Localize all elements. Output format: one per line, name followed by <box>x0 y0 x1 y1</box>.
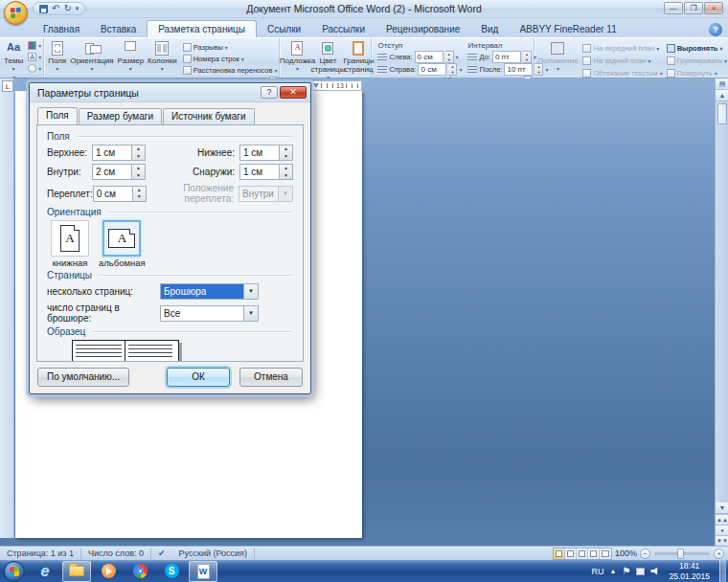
bring-to-front-button[interactable]: На передний план <box>582 43 662 54</box>
align-button[interactable]: Выровнять <box>667 43 727 54</box>
dialog-tab-paper-source[interactable]: Источник бумаги <box>163 108 255 124</box>
position-button[interactable]: Положение <box>536 40 579 73</box>
theme-effects-button[interactable] <box>28 63 41 74</box>
restore-button[interactable]: ❐ <box>684 2 703 14</box>
spellcheck-icon[interactable]: ✔ <box>151 548 172 558</box>
gutter-input[interactable]: 0 см <box>93 186 133 202</box>
dialog-tab-paper-size[interactable]: Размер бумаги <box>79 108 162 124</box>
office-button[interactable] <box>4 1 28 25</box>
minimize-button[interactable]: — <box>664 2 683 14</box>
tab-mailings[interactable]: Рассылки <box>311 21 375 37</box>
margin-outside-input[interactable]: 1 см <box>239 164 280 180</box>
taskbar-internet-explorer[interactable]: e <box>31 561 59 582</box>
volume-icon[interactable] <box>650 568 659 575</box>
taskbar-media-player[interactable] <box>94 561 123 582</box>
show-desktop-button[interactable] <box>719 560 726 582</box>
margin-inside-stepper[interactable]: ▲▼ <box>132 164 146 180</box>
dialog-help-button[interactable]: ? <box>261 86 278 99</box>
zoom-out-icon[interactable]: − <box>640 548 650 559</box>
ruler-toggle-button[interactable]: ▤ <box>716 78 728 90</box>
indent-left-stepper[interactable]: ▲▼ <box>445 51 454 63</box>
orientation-button[interactable]: Ориентация <box>68 40 115 73</box>
network-icon[interactable] <box>636 568 645 575</box>
web-layout-view-button[interactable] <box>577 548 588 559</box>
select-browse-object-button[interactable]: ● <box>716 525 728 535</box>
scroll-down-icon[interactable]: ▼ <box>716 503 728 514</box>
print-layout-view-button[interactable] <box>554 548 565 559</box>
taskbar-chrome[interactable] <box>125 561 154 582</box>
taskbar-clock[interactable]: 18:41 25.01.2015 <box>665 561 714 580</box>
zoom-slider[interactable] <box>654 552 710 555</box>
theme-fonts-button[interactable]: А <box>28 52 41 62</box>
sheets-per-booklet-select[interactable]: Все▼ <box>160 305 259 322</box>
fullscreen-view-button[interactable] <box>565 548 577 559</box>
tab-page-layout[interactable]: Разметка страницы <box>147 20 257 37</box>
indent-marker-icon[interactable] <box>313 83 319 88</box>
action-center-flag-icon[interactable]: ⚑ <box>622 566 630 576</box>
outline-view-button[interactable] <box>588 548 600 559</box>
start-button[interactable] <box>4 561 25 582</box>
breaks-button[interactable]: Разрывы <box>183 42 278 53</box>
send-to-back-button[interactable]: На задний план <box>582 56 662 66</box>
spacing-before-stepper[interactable]: ▲▼ <box>523 51 532 63</box>
group-button[interactable]: Группировать <box>667 56 727 66</box>
scroll-up-icon[interactable]: ▲ <box>716 90 728 101</box>
status-page[interactable]: Страница: 1 из 1 <box>0 548 80 558</box>
taskbar-skype[interactable]: S <box>157 561 186 582</box>
taskbar-word[interactable]: W <box>189 561 217 582</box>
text-wrapping-button[interactable]: Обтекание текстом <box>582 68 662 78</box>
tab-references[interactable]: Ссылки <box>257 21 311 37</box>
ok-button[interactable]: ОК <box>167 368 230 387</box>
size-button[interactable]: Размер <box>116 40 147 73</box>
tab-insert[interactable]: Вставка <box>90 21 147 37</box>
margin-inside-input[interactable]: 2 см <box>92 164 132 180</box>
theme-colors-button[interactable] <box>28 40 41 51</box>
vertical-scrollbar[interactable]: ▤ ▲ ▼ ▲▲ ● ▼▼ <box>715 78 728 546</box>
show-hidden-icons-icon[interactable]: ▲ <box>610 568 617 574</box>
tab-view[interactable]: Вид <box>470 21 509 37</box>
tab-review[interactable]: Рецензирование <box>375 21 470 37</box>
gutter-stepper[interactable]: ▲▼ <box>133 186 147 202</box>
zoom-in-icon[interactable]: + <box>714 548 724 559</box>
margin-top-stepper[interactable]: ▲▼ <box>132 145 146 161</box>
dialog-buttons: По умолчанию... ОК Отмена <box>30 368 310 387</box>
sheets-per-booklet-row: число страниц в брошюре: Все▼ <box>47 302 293 324</box>
dialog-tab-margins[interactable]: Поля <box>37 107 78 124</box>
columns-button[interactable]: Колонки <box>146 40 179 73</box>
margin-top-input[interactable]: 1 см <box>92 145 132 161</box>
previous-page-button[interactable]: ▲▲ <box>716 514 728 525</box>
indent-left-input[interactable]: 0 см <box>415 51 444 63</box>
taskbar-explorer[interactable] <box>62 561 91 582</box>
tab-home[interactable]: Главная <box>33 21 90 37</box>
default-button[interactable]: По умолчанию... <box>37 368 129 387</box>
rotate-button[interactable]: Повернуть <box>667 68 727 78</box>
cancel-button[interactable]: Отмена <box>239 368 303 387</box>
page-color-button[interactable]: Цвет страницы <box>312 40 343 81</box>
tab-abbyy[interactable]: ABBYY FineReader 11 <box>509 21 626 37</box>
margin-bottom-stepper[interactable]: ▲▼ <box>280 145 293 161</box>
help-icon[interactable]: ? <box>709 23 722 36</box>
tab-stop-selector[interactable]: L <box>2 80 13 92</box>
language-indicator[interactable]: RU <box>592 567 604 576</box>
themes-button[interactable]: Aa Темы <box>2 40 25 73</box>
close-button[interactable]: × <box>704 2 723 14</box>
line-numbers-button[interactable]: Номера строк <box>183 54 278 64</box>
draft-view-button[interactable] <box>600 548 611 559</box>
status-word-count[interactable]: Число слов: 0 <box>81 548 150 558</box>
multiple-pages-select[interactable]: Брошюра▼ <box>160 283 259 300</box>
next-page-button[interactable]: ▼▼ <box>716 535 728 546</box>
page-borders-button[interactable]: Границы страниц <box>343 40 374 76</box>
margin-bottom-input[interactable]: 1 см <box>239 145 280 161</box>
margins-button[interactable]: Поля <box>46 40 68 73</box>
orientation-landscape-option[interactable]: А альбомная <box>99 220 146 268</box>
watermark-button[interactable]: А Подложка <box>282 40 312 73</box>
zoom-slider-thumb[interactable] <box>677 548 684 559</box>
zoom-level[interactable]: 100% <box>615 548 637 558</box>
margin-outside-stepper[interactable]: ▲▼ <box>280 164 293 180</box>
dialog-close-button[interactable]: ✕ <box>280 86 307 99</box>
orientation-portrait-option[interactable]: А книжная <box>51 220 89 268</box>
scrollbar-thumb[interactable] <box>717 103 727 124</box>
status-language[interactable]: Русский (Россия) <box>172 548 254 558</box>
spacing-before-input[interactable]: 0 пт <box>492 51 521 63</box>
hyphenation-button[interactable]: Расстановка переносов <box>183 65 278 76</box>
